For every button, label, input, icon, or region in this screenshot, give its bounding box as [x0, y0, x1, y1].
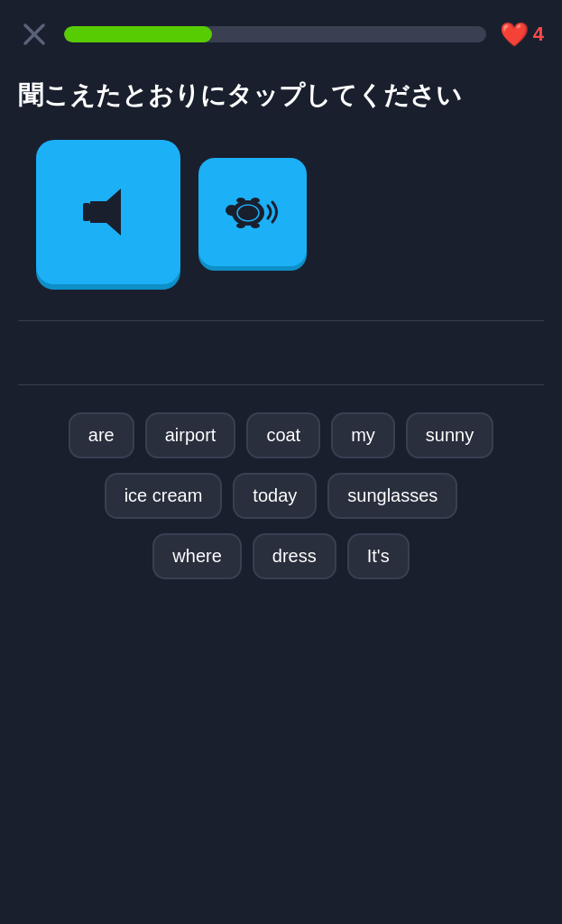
progress-bar [64, 26, 486, 42]
word-bank: are airport coat my sunny ice cream toda… [0, 385, 562, 597]
word-chip-today[interactable]: today [233, 473, 317, 519]
svg-point-7 [251, 223, 260, 228]
heart-icon: ❤️ [500, 21, 529, 49]
word-chip-coat[interactable]: coat [246, 412, 320, 458]
word-chip-where[interactable]: where [152, 533, 241, 579]
svg-rect-3 [83, 203, 90, 221]
word-chip-sunglasses[interactable]: sunglasses [327, 473, 457, 519]
play-audio-button[interactable] [36, 140, 180, 284]
answer-area [18, 320, 544, 385]
answer-area-inner [18, 335, 544, 371]
word-chip-its[interactable]: It's [347, 533, 410, 579]
hearts-container: ❤️ 4 [500, 21, 544, 49]
speaker-icon [72, 176, 144, 248]
close-icon [22, 22, 47, 47]
svg-point-6 [236, 223, 245, 228]
word-chip-ice-cream[interactable]: ice cream [105, 473, 223, 519]
instruction-text: 聞こえたとおりにタップしてください [0, 60, 562, 140]
top-bar: ❤️ 4 [0, 0, 562, 60]
word-chip-dress[interactable]: dress [253, 533, 336, 579]
word-row-3: where dress It's [18, 533, 544, 579]
word-chip-my[interactable]: my [331, 412, 395, 458]
word-row-1: are airport coat my sunny [18, 412, 544, 458]
audio-buttons-area [0, 140, 562, 320]
svg-point-9 [251, 198, 260, 203]
word-row-2: ice cream today sunglasses [18, 473, 544, 519]
progress-bar-fill [64, 26, 212, 42]
svg-point-8 [236, 198, 245, 203]
svg-marker-2 [90, 189, 121, 236]
slow-audio-button[interactable] [198, 158, 307, 266]
turtle-slow-icon [221, 180, 284, 244]
hearts-count: 4 [533, 23, 544, 46]
close-button[interactable] [18, 18, 51, 51]
word-chip-airport[interactable]: airport [145, 412, 236, 458]
svg-point-5 [226, 205, 238, 216]
word-chip-sunny[interactable]: sunny [406, 412, 493, 458]
word-chip-are[interactable]: are [69, 412, 134, 458]
